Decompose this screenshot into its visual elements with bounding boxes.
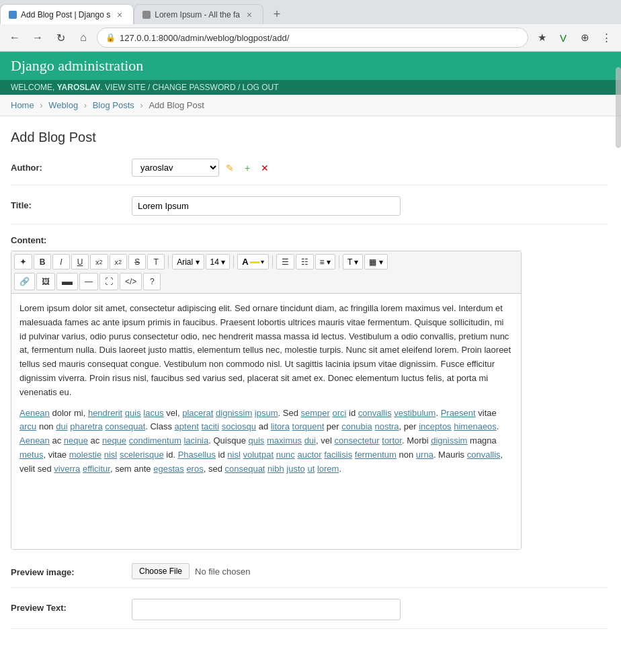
textcolor-dropdown-arrow: ▾	[261, 258, 264, 265]
toolbar-underline-btn[interactable]: U	[71, 254, 89, 269]
tab-title-2: Lorem Ipsum - All the fa	[155, 10, 240, 19]
title-input[interactable]	[132, 196, 401, 216]
toolbar-size-dropdown[interactable]: 14 ▾	[206, 254, 231, 269]
toolbar-superscript-btn[interactable]: x2	[90, 254, 108, 269]
toolbar-table-dropdown[interactable]: ▦ ▾	[364, 254, 387, 269]
extension2-icon[interactable]: ⊕	[575, 28, 594, 47]
title-row: Title:	[11, 196, 608, 224]
no-file-text: No file chosen	[195, 566, 250, 577]
bookmark-icon[interactable]: ★	[532, 28, 551, 47]
toolbar-image-btn[interactable]: 🖼	[36, 273, 55, 290]
title-label: Title:	[11, 196, 132, 210]
back-button[interactable]: ←	[5, 28, 24, 47]
toolbar-numlist-btn[interactable]: ☷	[296, 254, 314, 269]
toolbar-sourcecode-btn[interactable]: </>	[120, 273, 142, 290]
admin-content: Add Blog Post Author: yaroslav ✎ + ✕ Tit…	[0, 116, 618, 653]
reload-button[interactable]: ↻	[51, 28, 70, 47]
toolbar-link-btn[interactable]: 🔗	[14, 273, 35, 290]
tab-title-1: Add Blog Post | Django s	[21, 10, 110, 19]
toolbar-removeformat-btn[interactable]: T	[147, 254, 165, 269]
toolbar-fullscreen-btn[interactable]: ⛶	[99, 273, 118, 290]
editor-toolbar: ✦ B I U x2 x2 S T Arial ▾ 14 ▾ A ▾	[11, 251, 521, 294]
log-out-link[interactable]: LOG OUT	[243, 83, 279, 92]
author-label: Author:	[11, 159, 132, 173]
change-password-link[interactable]: CHANGE PASSWORD	[153, 83, 236, 92]
url-text: 127.0.0.1:8000/admin/weblog/blogpost/add…	[120, 33, 520, 43]
extension-v-icon[interactable]: V	[554, 28, 573, 47]
toolbar-bold-btn[interactable]: B	[34, 254, 51, 269]
tab-active[interactable]: Add Blog Post | Django s ×	[0, 4, 134, 24]
toolbar-help-btn[interactable]: ?	[143, 273, 161, 290]
tab-bar: Add Blog Post | Django s × Lorem Ipsum -…	[0, 0, 621, 24]
django-user-bar: WELCOME, YAROSLAV. VIEW SITE / CHANGE PA…	[0, 80, 621, 95]
author-delete-button[interactable]: ✕	[258, 161, 272, 175]
file-input-wrap: Choose File No file chosen	[132, 563, 250, 579]
author-edit-button[interactable]: ✎	[223, 161, 237, 175]
browser-toolbar-icons: ★ V ⊕ ⋮	[532, 28, 616, 47]
author-add-button[interactable]: +	[241, 161, 254, 175]
preview-image-label: Preview image:	[11, 563, 132, 577]
view-site-link[interactable]: VIEW SITE	[105, 83, 146, 92]
preview-text-control	[132, 599, 608, 620]
preview-image-row: Preview image: Choose File No file chose…	[11, 563, 608, 588]
url-bar[interactable]: 🔒 127.0.0.1:8000/admin/weblog/blogpost/a…	[97, 28, 528, 48]
author-row: Author: yaroslav ✎ + ✕	[11, 159, 608, 185]
author-select[interactable]: yaroslav	[132, 159, 219, 177]
content-paragraph-1: Lorem ipsum dolor sit amet, consectetur …	[19, 302, 513, 400]
username-text: YAROSLAV	[57, 83, 101, 92]
breadcrumb-sep-3: ›	[140, 100, 145, 110]
toolbar-textcolor-btn[interactable]: A ▾	[237, 254, 268, 269]
django-header: Django administration	[0, 52, 621, 80]
breadcrumb-weblog[interactable]: Weblog	[48, 100, 78, 110]
preview-text-input[interactable]	[132, 599, 401, 620]
tab-favicon-2	[142, 11, 151, 19]
home-button[interactable]: ⌂	[74, 28, 93, 47]
toolbar-media-btn[interactable]: ▬	[56, 273, 78, 290]
toolbar-sep-1	[168, 255, 169, 268]
tab-close-1[interactable]: ×	[114, 9, 125, 20]
toolbar-magic-btn[interactable]: ✦	[14, 254, 32, 269]
toolbar-sep-3	[272, 255, 273, 268]
breadcrumb-sep-2: ›	[84, 100, 89, 110]
browser-chrome: Add Blog Post | Django s × Lorem Ipsum -…	[0, 0, 621, 52]
color-swatch	[250, 261, 259, 263]
toolbar-strikethrough-btn[interactable]: S	[128, 254, 146, 269]
choose-file-button[interactable]: Choose File	[132, 563, 190, 579]
preview-text-label: Preview Text:	[11, 599, 132, 613]
toolbar-row-1: ✦ B I U x2 x2 S T Arial ▾ 14 ▾ A ▾	[14, 254, 518, 269]
editor-body[interactable]: Lorem ipsum dolor sit amet, consectetur …	[11, 294, 521, 549]
author-control: yaroslav ✎ + ✕	[132, 159, 608, 177]
welcome-text: WELCOME,	[11, 83, 54, 92]
breadcrumb: Home › Weblog › Blog Posts › Add Blog Po…	[0, 95, 621, 116]
menu-icon[interactable]: ⋮	[597, 28, 616, 47]
tab-favicon-1	[9, 11, 17, 19]
scrollbar[interactable]	[616, 67, 621, 148]
breadcrumb-current: Add Blog Post	[149, 100, 204, 110]
breadcrumb-home[interactable]: Home	[11, 100, 34, 110]
toolbar-hr-btn[interactable]: —	[79, 273, 98, 290]
preview-text-row: Preview Text:	[11, 599, 608, 629]
preview-image-control: Choose File No file chosen	[132, 563, 608, 579]
toolbar-sep-2	[233, 255, 234, 268]
toolbar-align-dropdown[interactable]: ≡ ▾	[315, 254, 335, 269]
toolbar-row-2: 🔗 🖼 ▬ — ⛶ </> ?	[14, 273, 518, 290]
toolbar-formatblock-dropdown[interactable]: T ▾	[343, 254, 363, 269]
editor-container: ✦ B I U x2 x2 S T Arial ▾ 14 ▾ A ▾	[11, 251, 522, 550]
toolbar-italic-btn[interactable]: I	[52, 254, 70, 269]
lock-icon: 🔒	[106, 33, 116, 42]
content-paragraph-2: Aenean dolor mi, hendrerit quis lacus ve…	[19, 407, 513, 476]
django-title: Django administration	[11, 57, 610, 75]
toolbar-subscript-btn[interactable]: x2	[110, 254, 128, 269]
tab-inactive[interactable]: Lorem Ipsum - All the fa ×	[134, 4, 263, 24]
toolbar-font-dropdown[interactable]: Arial ▾	[172, 254, 204, 269]
address-bar: ← → ↻ ⌂ 🔒 127.0.0.1:8000/admin/weblog/bl…	[0, 24, 621, 51]
tab-close-2[interactable]: ×	[244, 9, 255, 20]
content-label: Content:	[11, 235, 608, 245]
forward-button[interactable]: →	[28, 28, 47, 47]
toolbar-bullist-btn[interactable]: ☰	[276, 254, 294, 269]
title-control	[132, 196, 608, 216]
breadcrumb-blog-posts[interactable]: Blog Posts	[93, 100, 134, 110]
content-section: Content: ✦ B I U x2 x2 S T Arial ▾ 14 ▾	[11, 235, 608, 550]
new-tab-button[interactable]: +	[263, 4, 290, 24]
page-title: Add Blog Post	[11, 130, 608, 145]
